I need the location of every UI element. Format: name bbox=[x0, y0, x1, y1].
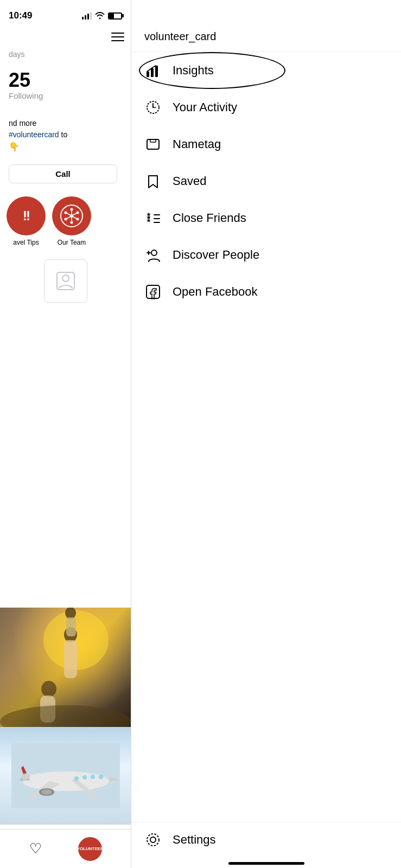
highlight-label-travel: avel Tips bbox=[13, 239, 39, 246]
status-bar: 10:49 bbox=[0, 0, 131, 28]
following-section: 25 Following bbox=[0, 63, 131, 107]
svg-rect-20 bbox=[66, 617, 76, 636]
svg-point-48 bbox=[150, 837, 156, 843]
highlight-travel-tips[interactable]: !! avel Tips bbox=[7, 196, 46, 246]
svg-point-23 bbox=[0, 705, 131, 727]
svg-point-5 bbox=[71, 221, 73, 224]
highlight-circle-travel: !! bbox=[7, 196, 46, 235]
open-facebook-label: Open Facebook bbox=[173, 285, 258, 299]
svg-rect-47 bbox=[147, 285, 160, 298]
close-friends-icon bbox=[144, 209, 162, 227]
svg-point-29 bbox=[99, 775, 103, 779]
svg-point-19 bbox=[65, 608, 76, 619]
settings-item[interactable]: Settings bbox=[144, 831, 388, 848]
airplane-post-image bbox=[0, 727, 131, 825]
svg-rect-32 bbox=[147, 72, 149, 77]
menu-item-open-facebook[interactable]: Open Facebook bbox=[131, 273, 401, 310]
menu-item-discover-people[interactable]: Discover People bbox=[131, 237, 401, 273]
home-indicator bbox=[228, 862, 304, 865]
nametag-icon bbox=[144, 136, 162, 153]
svg-point-49 bbox=[147, 834, 159, 846]
activity-label: Your Activity bbox=[173, 100, 237, 114]
svg-point-4 bbox=[77, 218, 79, 220]
left-panel: 10:49 bbox=[0, 0, 131, 868]
insights-label: Insights bbox=[173, 63, 214, 78]
highlight-our-team[interactable]: Our Team bbox=[52, 196, 91, 246]
svg-point-31 bbox=[41, 789, 52, 795]
svg-point-28 bbox=[91, 775, 95, 779]
svg-marker-40 bbox=[147, 218, 151, 222]
team-icon bbox=[60, 204, 84, 228]
activity-icon bbox=[144, 99, 162, 116]
volunteer-logo[interactable]: VOLUNTEER bbox=[78, 837, 102, 861]
settings-icon bbox=[144, 831, 162, 848]
menu-item-insights[interactable]: Insights bbox=[131, 52, 401, 89]
heart-icon[interactable]: ♡ bbox=[29, 840, 42, 857]
svg-point-27 bbox=[82, 775, 87, 780]
bio-text: nd more #volunteercard to 👇 bbox=[9, 118, 122, 154]
svg-point-2 bbox=[71, 208, 73, 210]
signal-icon bbox=[82, 12, 92, 20]
svg-point-6 bbox=[65, 218, 67, 220]
following-label: Following bbox=[9, 91, 122, 100]
family-post-image bbox=[0, 608, 131, 727]
bottom-nav: ♡ VOLUNTEER bbox=[0, 829, 131, 868]
saved-icon bbox=[144, 173, 162, 190]
svg-point-26 bbox=[74, 776, 79, 781]
svg-point-15 bbox=[62, 275, 69, 282]
discover-people-icon bbox=[144, 246, 162, 264]
nametag-label: Nametag bbox=[173, 137, 221, 151]
person-placeholder-icon bbox=[55, 270, 77, 292]
insights-icon bbox=[144, 62, 162, 79]
menu-username: volunteer_card bbox=[144, 30, 388, 43]
family-silhouette bbox=[0, 608, 131, 727]
svg-rect-36 bbox=[147, 139, 159, 149]
following-count: 25 bbox=[9, 69, 122, 91]
svg-point-25 bbox=[22, 771, 109, 791]
svg-point-3 bbox=[77, 211, 79, 214]
svg-point-7 bbox=[65, 211, 67, 214]
settings-label: Settings bbox=[173, 833, 216, 847]
menu-item-nametag[interactable]: Nametag bbox=[131, 126, 401, 163]
battery-icon bbox=[108, 12, 122, 20]
right-panel: volunteer_card Insights bbox=[131, 0, 401, 868]
svg-rect-37 bbox=[150, 139, 156, 142]
menu-item-saved[interactable]: Saved bbox=[131, 163, 401, 200]
highlights-row: !! avel Tips bbox=[0, 188, 131, 255]
svg-rect-34 bbox=[155, 66, 158, 77]
days-text: days bbox=[0, 46, 131, 63]
menu-header: volunteer_card bbox=[131, 0, 401, 52]
status-time: 10:49 bbox=[9, 10, 32, 21]
menu-item-close-friends[interactable]: Close Friends bbox=[131, 200, 401, 237]
airplane-svg bbox=[11, 743, 120, 808]
close-friends-label: Close Friends bbox=[173, 211, 246, 225]
menu-item-your-activity[interactable]: Your Activity bbox=[131, 89, 401, 126]
facebook-icon bbox=[144, 283, 162, 301]
menu-footer: Settings bbox=[131, 822, 401, 857]
bio-hashtag[interactable]: #volunteercard bbox=[9, 130, 59, 139]
discover-people-label: Discover People bbox=[173, 248, 259, 262]
status-icons bbox=[82, 11, 122, 21]
svg-rect-33 bbox=[151, 68, 154, 77]
svg-point-44 bbox=[151, 250, 157, 256]
profile-header bbox=[0, 28, 131, 46]
hamburger-menu[interactable] bbox=[111, 33, 124, 41]
call-button[interactable]: Call bbox=[9, 164, 117, 183]
highlight-label-team: Our Team bbox=[58, 239, 86, 246]
profile-photo-placeholder bbox=[44, 259, 87, 303]
bio-section: nd more #volunteercard to 👇 bbox=[0, 107, 131, 160]
saved-label: Saved bbox=[173, 174, 206, 188]
menu-list: Insights Your Activity Nametag bbox=[131, 52, 401, 310]
svg-point-21 bbox=[41, 681, 56, 697]
profile-photo-area bbox=[0, 255, 131, 305]
svg-rect-18 bbox=[64, 640, 77, 678]
post-images bbox=[0, 608, 131, 825]
highlight-circle-team bbox=[52, 196, 91, 235]
wifi-icon bbox=[95, 11, 105, 21]
